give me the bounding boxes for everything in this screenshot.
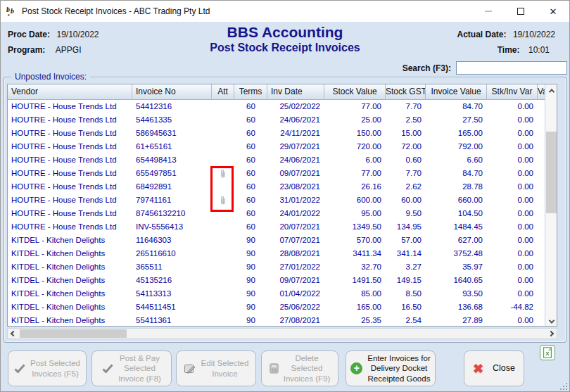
close-icon: ✕ — [550, 7, 557, 16]
cell-invoice_no: 55411361 — [132, 314, 212, 327]
scroll-down-button[interactable] — [545, 315, 557, 327]
cell-terms: 60 — [234, 194, 267, 207]
cell-invoice_no: 45135216 — [132, 274, 212, 287]
cell-inv_date: 24/11/2021 — [267, 127, 324, 140]
table-row[interactable]: KITDEL - Kitchen Delights541133139001/04… — [8, 287, 557, 301]
cell-invoice_no: 68492891 — [132, 180, 212, 194]
cell-invoice_value: 27.50 — [426, 113, 487, 127]
table-row[interactable]: KITDEL - Kitchen Delights2651166109028/0… — [8, 247, 557, 260]
column-header[interactable]: Stock Value — [324, 84, 386, 100]
cell-invoice_no: 655497851 — [132, 167, 212, 180]
minimize-button[interactable] — [472, 1, 505, 22]
cell-terms: 90 — [234, 301, 267, 314]
scroll-up-button[interactable] — [545, 84, 557, 96]
post-pay-selected-button[interactable]: Post & Pay Selected Invoice (F8) — [91, 350, 172, 386]
resize-grip[interactable] — [560, 383, 568, 391]
cell-invoice_value: 104.50 — [426, 207, 487, 220]
column-header[interactable]: Inv Date — [267, 84, 324, 100]
table-row[interactable]: KITDEL - Kitchen Delights5445114519025/0… — [8, 301, 557, 314]
cell-stock_gst: 2.62 — [386, 180, 426, 194]
cell-invoice_no: INV-5556413 — [132, 220, 212, 234]
cell-inv_date: 29/07/2021 — [267, 140, 324, 153]
scroll-right-button[interactable] — [545, 329, 557, 339]
cell-stock_value: 720.00 — [324, 140, 386, 153]
search-input[interactable] — [456, 61, 567, 75]
cell-vendor: HOUTRE - House Trends Ltd — [8, 140, 132, 153]
cell-stock_gst: 57.00 — [386, 234, 426, 247]
table-row[interactable]: KITDEL - Kitchen Delights451352169009/07… — [8, 274, 557, 287]
cell-stock_value: 1491.50 — [324, 274, 386, 287]
close-x-icon: ✖ — [473, 361, 483, 377]
cell-terms: 60 — [234, 113, 267, 127]
cell-stk_inv_var: 0.00 — [487, 127, 538, 140]
table-row[interactable]: HOUTRE - House Trends Ltd684928916023/08… — [8, 180, 557, 194]
column-header[interactable]: Invoice No — [132, 84, 212, 100]
cell-stk_inv_var: 0.00 — [487, 194, 538, 207]
attachment-cell — [212, 314, 234, 327]
cell-stock_value: 85.00 — [324, 287, 386, 301]
column-header[interactable]: Stk/Inv Var — [487, 84, 538, 100]
table-row[interactable]: HOUTRE - House Trends Ltd6544984136024/0… — [8, 153, 557, 167]
column-header[interactable]: Invoice Value — [426, 84, 487, 100]
table-row[interactable]: HOUTRE - House Trends Ltd544123166025/02… — [8, 100, 557, 113]
table-row[interactable]: HOUTRE - House Trends Ltd544613356024/06… — [8, 113, 557, 127]
invoice-grid: VendorInvoice NoAttTermsInv DateStock Va… — [7, 84, 557, 327]
table-row[interactable]: HOUTRE - House Trends LtdINV-55564136020… — [8, 220, 557, 234]
table-row[interactable]: HOUTRE - House Trends Ltd6554978516009/0… — [8, 167, 557, 180]
cell-vendor: KITDEL - Kitchen Delights — [8, 247, 132, 260]
cell-vendor: KITDEL - Kitchen Delights — [8, 260, 132, 274]
edit-selected-invoice-button[interactable]: Edit Selected Invoice — [176, 350, 256, 386]
table-row[interactable]: HOUTRE - House Trends Ltd797411616031/01… — [8, 194, 557, 207]
vertical-scrollbar[interactable] — [545, 84, 557, 327]
cell-inv_date: 27/01/2022 — [267, 260, 324, 274]
edit-icon — [184, 363, 196, 374]
attachment-cell — [212, 180, 234, 194]
cell-stk_inv_var: 0.00 — [487, 153, 538, 167]
cell-stk_inv_var: 0.00 — [487, 314, 538, 327]
cell-invoice_no: 54461335 — [132, 113, 212, 127]
cell-vendor: HOUTRE - House Trends Ltd — [8, 220, 132, 234]
cell-invoice_no: 54113313 — [132, 287, 212, 301]
chevron-left-icon — [11, 331, 16, 336]
cell-vendor: KITDEL - Kitchen Delights — [8, 287, 132, 301]
cell-inv_date: 31/01/2022 — [267, 194, 324, 207]
horizontal-scrollbar[interactable] — [7, 328, 557, 339]
actual-date-value: 19/10/2022 — [513, 30, 555, 39]
delete-selected-invoices-button[interactable]: Delete Selected Invoices (F9) — [261, 350, 338, 386]
cell-invoice_value: 1484.45 — [426, 220, 487, 234]
cell-stk_inv_var: 0.00 — [487, 220, 538, 234]
button-label: Close — [493, 363, 515, 374]
check-icon — [14, 364, 25, 373]
table-row[interactable]: KITDEL - Kitchen Delights554113619027/08… — [8, 314, 557, 327]
cell-stock_gst: 149.15 — [386, 274, 426, 287]
svg-text:X: X — [545, 350, 550, 357]
column-header[interactable]: Stock GST — [386, 84, 426, 100]
export-excel-button[interactable]: X — [540, 345, 555, 360]
cell-inv_date: 20/07/2021 — [267, 220, 324, 234]
maximize-button[interactable] — [505, 1, 537, 22]
horizontal-scroll-thumb[interactable] — [20, 329, 127, 338]
column-header[interactable]: Terms — [234, 84, 267, 100]
cell-stock_value: 570.00 — [324, 234, 386, 247]
chevron-down-icon — [548, 317, 554, 323]
enter-delivery-docket-button[interactable]: + Enter Invoices for Delivery Docket Rec… — [346, 350, 436, 386]
attachment-cell — [212, 113, 234, 127]
cell-invoice_value: 6.60 — [426, 153, 487, 167]
table-row[interactable]: HOUTRE - House Trends Ltd874561322106024… — [8, 207, 557, 220]
cell-vendor: HOUTRE - House Trends Ltd — [8, 207, 132, 220]
post-selected-invoices-button[interactable]: Post Selected Invoices (F5) — [8, 350, 87, 386]
close-window-button[interactable]: ✕ — [537, 1, 569, 22]
column-header[interactable]: Att — [212, 84, 234, 100]
time-row: Time: 10:01 — [498, 43, 550, 56]
table-row[interactable]: HOUTRE - House Trends Ltd61+651616029/07… — [8, 140, 557, 153]
cell-inv_date: 24/06/2021 — [267, 113, 324, 127]
vertical-scroll-thumb[interactable] — [546, 132, 557, 213]
cell-stock_gst: 7.70 — [386, 167, 426, 180]
table-row[interactable]: KITDEL - Kitchen Delights116463039007/07… — [8, 234, 557, 247]
table-row[interactable]: HOUTRE - House Trends Ltd5869456316024/1… — [8, 127, 557, 140]
column-header[interactable]: Vendor — [8, 84, 132, 100]
close-dialog-button[interactable]: ✖ Close — [464, 350, 524, 386]
scroll-left-button[interactable] — [8, 329, 19, 339]
cell-stock_value: 95.00 — [324, 207, 386, 220]
table-row[interactable]: KITDEL - Kitchen Delights3655119027/01/2… — [8, 260, 557, 274]
